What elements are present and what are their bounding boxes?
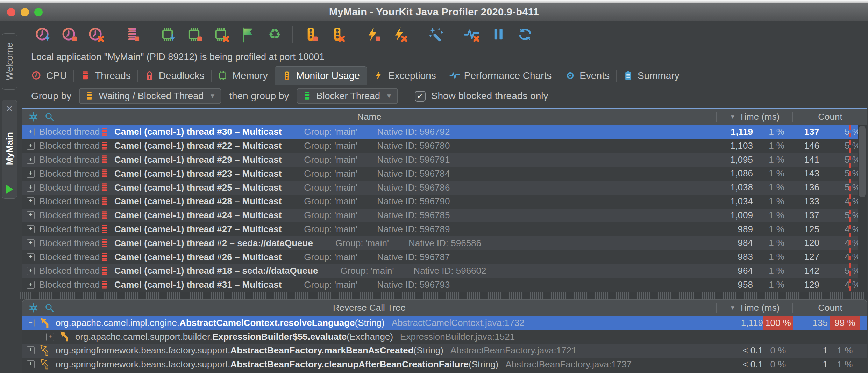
close-session-icon[interactable]: ✕ bbox=[6, 104, 13, 113]
count-percent: 5 % bbox=[832, 139, 860, 153]
call-tree-row[interactable]: +org.springframework.beans.factory.suppo… bbox=[22, 358, 867, 372]
expand-icon[interactable]: + bbox=[27, 253, 35, 261]
thread-row[interactable]: +Blocked threadCamel (camel-1) thread #2… bbox=[22, 139, 867, 153]
expand-icon[interactable]: − bbox=[27, 319, 35, 327]
then-group-by-dropdown[interactable]: Blocker Thread ▼ bbox=[297, 88, 398, 104]
call-tree-row[interactable]: +org.springframework.beans.factory.suppo… bbox=[22, 344, 867, 358]
column-header-time[interactable]: ▼Time (ms) bbox=[717, 300, 792, 316]
cpu-icon bbox=[31, 70, 42, 81]
checkbox-checked-icon[interactable]: ✓ bbox=[415, 91, 426, 102]
column-header-call-tree[interactable]: Reverse Call Tree bbox=[22, 300, 716, 316]
monitors-clear-icon bbox=[329, 26, 346, 43]
expand-icon[interactable]: + bbox=[46, 333, 54, 341]
tab-memory[interactable]: Memory bbox=[211, 66, 275, 85]
tab-summary[interactable]: Summary bbox=[616, 66, 686, 85]
time-value: 983 bbox=[693, 250, 753, 264]
call-tree-row[interactable]: −org.apache.camel.impl.engine.AbstractCa… bbox=[22, 316, 867, 330]
thread-row[interactable]: +Blocked threadCamel (camel-1) thread #3… bbox=[22, 125, 867, 139]
tab-cpu[interactable]: CPU bbox=[25, 66, 73, 85]
expand-icon[interactable]: + bbox=[27, 360, 35, 368]
blocked-thread-icon bbox=[99, 280, 110, 290]
thread-row[interactable]: +Blocked threadCamel (camel-1) thread #2… bbox=[22, 250, 867, 264]
column-header-time[interactable]: ▼Time (ms) bbox=[717, 109, 792, 125]
reverse-call-arrow-icon bbox=[40, 359, 51, 370]
tab-threads[interactable]: Threads bbox=[73, 66, 137, 85]
thread-row[interactable]: +Blocked threadCamel (camel-1) thread #2… bbox=[22, 167, 867, 181]
pause-telemetry-button[interactable] bbox=[489, 24, 508, 45]
clear-memory-data-button[interactable] bbox=[212, 24, 231, 45]
show-blocked-only-checkbox[interactable]: ✓ Show blocked threads only bbox=[415, 90, 548, 102]
clear-cpu-data-button[interactable] bbox=[87, 24, 106, 45]
expand-icon[interactable]: + bbox=[27, 197, 35, 205]
count-percent: 5 % bbox=[832, 125, 860, 139]
stop-exception-profiling-button[interactable] bbox=[364, 24, 383, 45]
vertical-scrollbar[interactable] bbox=[858, 125, 867, 292]
thread-row[interactable]: +Blocked threadCamel (camel-1) thread #2… bbox=[22, 181, 867, 195]
thread-group: Group: 'main' bbox=[304, 182, 357, 193]
group-by-dropdown[interactable]: Waiting / Blocked Thread ▼ bbox=[79, 88, 221, 104]
expand-icon[interactable]: + bbox=[27, 156, 35, 164]
expand-icon[interactable]: + bbox=[27, 142, 35, 150]
thread-row[interactable]: +Blocked threadCamel (camel-1) thread #2… bbox=[22, 153, 867, 167]
tab-performance-charts[interactable]: Performance Charts bbox=[443, 66, 558, 85]
sidebar-tab-mymain[interactable]: ✕ MyMain bbox=[2, 100, 17, 199]
tab-deadlocks[interactable]: Deadlocks bbox=[137, 66, 211, 85]
window-controls bbox=[7, 3, 43, 21]
toolbar-divider bbox=[355, 26, 355, 43]
group-by-value: Waiting / Blocked Thread bbox=[99, 91, 204, 102]
column-header-count[interactable]: Count bbox=[793, 300, 867, 316]
column-marker-line bbox=[849, 125, 851, 292]
thread-group: Group: 'main' bbox=[304, 140, 357, 151]
minimize-window-button[interactable] bbox=[21, 8, 29, 16]
thread-row[interactable]: +Blocked threadCamel (camel-1) thread #2… bbox=[22, 209, 867, 222]
clear-monitor-data-button[interactable] bbox=[328, 24, 347, 45]
thread-name: Camel (camel-1) thread #30 – Multicast bbox=[114, 126, 282, 137]
tab-label: Events bbox=[579, 70, 610, 81]
blocked-thread-icon bbox=[99, 238, 110, 248]
tab-events[interactable]: Events bbox=[558, 66, 616, 85]
expand-icon[interactable]: + bbox=[27, 267, 35, 275]
time-percent: 1 % bbox=[756, 153, 784, 167]
stop-memory-profiling-button[interactable] bbox=[185, 24, 204, 45]
clear-exception-data-button[interactable] bbox=[390, 24, 409, 45]
call-tree-row[interactable]: +org.apache.camel.support.builder.Expres… bbox=[22, 330, 867, 344]
clear-telemetry-button[interactable] bbox=[462, 24, 481, 45]
expand-icon[interactable]: + bbox=[27, 281, 35, 289]
stop-monitor-profiling-button[interactable] bbox=[301, 24, 320, 45]
tab-monitor-usage[interactable]: Monitor Usage bbox=[275, 66, 367, 85]
thread-state-label: Blocked thread bbox=[39, 168, 99, 179]
thread-row[interactable]: +Blocked threadCamel (camel-1) thread #3… bbox=[22, 278, 867, 292]
column-header-count[interactable]: Count bbox=[793, 109, 867, 125]
clear-thread-data-button[interactable] bbox=[123, 24, 142, 45]
memory-clear-icon bbox=[213, 26, 230, 43]
expand-icon[interactable]: + bbox=[27, 128, 35, 136]
expand-icon[interactable]: + bbox=[27, 239, 35, 247]
capture-snapshot-flag-button[interactable] bbox=[239, 24, 257, 45]
refresh-button[interactable] bbox=[515, 24, 534, 45]
expand-icon[interactable]: + bbox=[27, 346, 35, 354]
thread-row[interactable]: +Blocked threadCamel (camel-1) thread #2… bbox=[22, 222, 867, 236]
tab-exceptions[interactable]: Exceptions bbox=[367, 66, 443, 85]
thread-row[interactable]: +Blocked threadCamel (camel-1) thread #2… bbox=[22, 236, 867, 250]
start-memory-profiling-button[interactable] bbox=[159, 24, 178, 45]
sidebar-tab-welcome[interactable]: Welcome bbox=[2, 33, 17, 90]
zoom-window-button[interactable] bbox=[34, 8, 43, 16]
panel-splitter[interactable] bbox=[20, 292, 868, 299]
expand-icon[interactable]: + bbox=[27, 184, 35, 192]
column-header-name[interactable]: Name bbox=[22, 109, 716, 125]
close-window-button[interactable] bbox=[7, 8, 15, 16]
run-inspections-button[interactable] bbox=[426, 24, 445, 45]
lock-icon bbox=[144, 70, 155, 81]
thread-native-id: Native ID: 596784 bbox=[377, 168, 450, 179]
titlebar: MyMain - YourKit Java Profiler 2020.9-b4… bbox=[0, 3, 868, 21]
scrollbar-thumb[interactable] bbox=[859, 126, 866, 197]
force-garbage-collection-button[interactable]: ♻ bbox=[265, 24, 284, 45]
stop-cpu-profiling-button[interactable] bbox=[60, 24, 79, 45]
expand-icon[interactable]: + bbox=[27, 211, 35, 219]
expand-icon[interactable]: + bbox=[27, 225, 35, 233]
expand-icon[interactable]: + bbox=[27, 170, 35, 178]
start-cpu-profiling-button[interactable] bbox=[34, 24, 52, 45]
thread-row[interactable]: +Blocked threadCamel (camel-1) thread #1… bbox=[22, 264, 867, 278]
time-percent: 1 % bbox=[756, 209, 784, 222]
thread-row[interactable]: +Blocked threadCamel (camel-1) thread #2… bbox=[22, 195, 867, 209]
